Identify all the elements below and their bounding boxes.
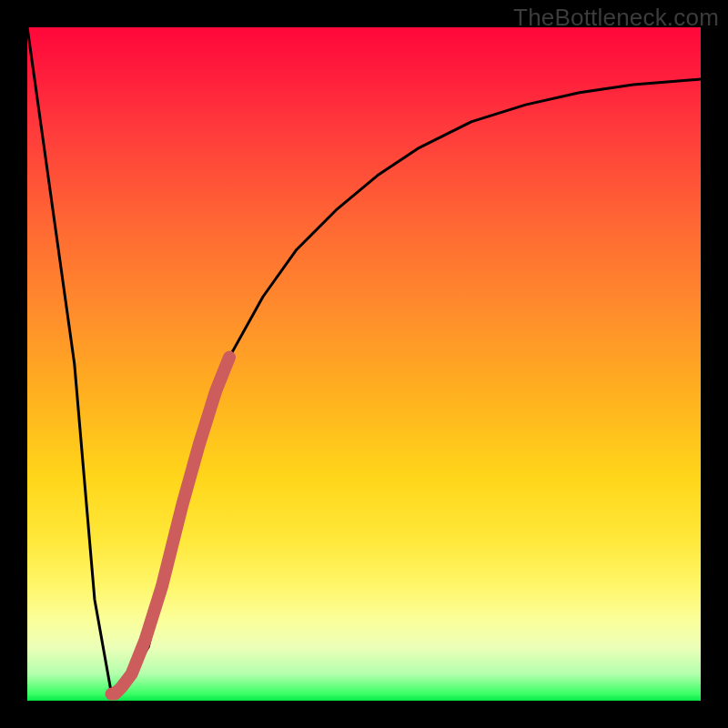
bottleneck-curve	[27, 27, 701, 694]
plot-area	[27, 27, 701, 701]
highlight-dot	[117, 679, 128, 690]
curve-layer	[27, 27, 701, 701]
chart-frame: TheBottleneck.com	[0, 0, 728, 728]
highlight-segment	[115, 358, 229, 694]
